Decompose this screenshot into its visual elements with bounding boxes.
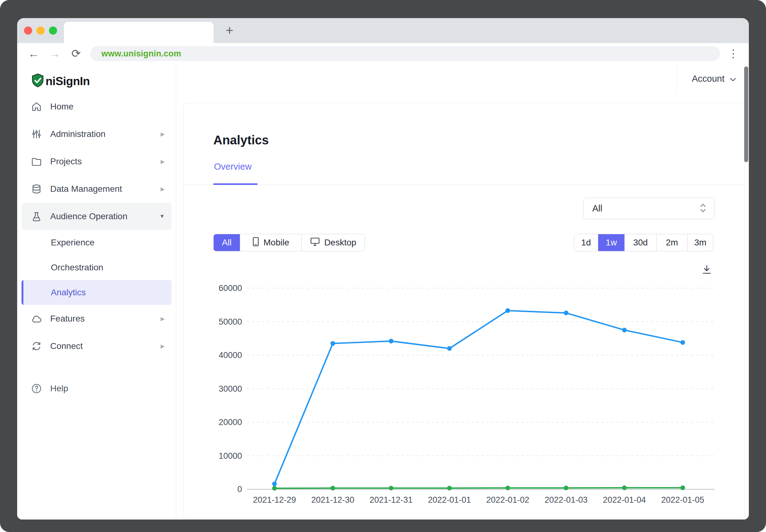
device-filter: All Mobile Desktop [213,234,365,251]
sidebar-item-label: Projects [50,157,82,167]
svg-text:2022-01-02: 2022-01-02 [486,495,529,505]
range-1d[interactable]: 1d [574,234,598,251]
maximize-window-button[interactable] [49,27,57,35]
chevron-right-icon: ▶ [161,343,165,350]
tab-active-underline [213,183,258,185]
mobile-icon [252,237,259,249]
desktop-icon [310,237,320,249]
tab-divider [183,185,744,185]
svg-text:2021-12-30: 2021-12-30 [311,495,354,505]
device-filter-mobile[interactable]: Mobile [240,234,302,251]
svg-text:60000: 60000 [219,283,242,293]
back-icon[interactable]: ← [27,47,41,60]
sliders-icon [31,128,42,140]
sidebar-item-data-management[interactable]: Data Management ▶ [22,175,172,203]
forward-icon[interactable]: → [48,47,62,60]
svg-text:10000: 10000 [219,451,242,461]
svg-text:2021-12-29: 2021-12-29 [253,495,296,505]
browser-menu-icon[interactable]: ⋮ [727,47,739,60]
range-label: 3m [694,238,706,248]
help-icon [31,383,42,394]
brand-text: niSignIn [46,75,90,88]
sidebar-item-help[interactable]: Help [22,375,172,402]
screenshot-frame: + ← → ⟳ www.unisignin.com ⋮ niSignIn [0,0,766,532]
sidebar-item-audience-operation[interactable]: Audience Operation ▼ [22,203,172,230]
scrollbar-thumb[interactable] [744,66,748,162]
chevron-right-icon: ▶ [161,158,165,165]
svg-text:2021-12-31: 2021-12-31 [370,495,413,505]
chevron-right-icon: ▶ [161,131,165,138]
select-stepper-icon [699,203,707,215]
svg-text:30000: 30000 [219,384,242,394]
sidebar-item-label: Data Management [50,184,122,194]
range-3m[interactable]: 3m [688,234,713,251]
chevron-right-icon: ▶ [161,316,165,322]
range-filter: 1d 1w 30d 2m 3m [574,234,713,251]
sidebar-item-label: Experience [51,238,95,248]
sidebar: niSignIn Home Administration ▶ [17,64,176,520]
chevron-right-icon: ▶ [161,186,165,192]
svg-text:2022-01-05: 2022-01-05 [661,495,704,505]
scope-select[interactable]: All [583,198,715,219]
address-bar[interactable]: www.unisignin.com [90,46,720,61]
sidebar-item-experience[interactable]: Experience [22,230,172,255]
reload-icon[interactable]: ⟳ [69,47,83,60]
range-label: 30d [633,238,648,248]
analytics-card: Analytics Overview All All Mobile [183,103,745,520]
svg-text:2022-01-01: 2022-01-01 [428,495,471,505]
sidebar-item-label: Orchestration [51,263,103,273]
sidebar-item-orchestration[interactable]: Orchestration [22,255,172,280]
device-filter-label: All [222,238,231,248]
sidebar-item-connect[interactable]: Connect ▶ [22,332,172,360]
brand-logo: niSignIn [31,72,176,90]
range-label: 1d [581,238,591,248]
device-filter-desktop[interactable]: Desktop [302,234,365,251]
page-title: Analytics [213,133,269,147]
device-filter-label: Desktop [324,238,356,248]
device-filter-label: Mobile [264,238,289,248]
sidebar-item-label: Administration [50,129,105,139]
sidebar-item-label: Home [50,102,74,112]
header-divider [677,65,677,92]
analytics-chart: 01000020000300004000050000600002021-12-2… [183,272,745,515]
svg-text:40000: 40000 [219,351,242,360]
sidebar-item-label: Analytics [51,288,86,297]
browser-toolbar: ← → ⟳ www.unisignin.com ⋮ [17,43,749,64]
new-tab-button[interactable]: + [221,22,238,39]
minimize-window-button[interactable] [36,27,45,35]
home-icon [31,101,42,112]
browser-tab[interactable] [64,22,214,43]
scope-select-value: All [592,203,602,214]
device-filter-all[interactable]: All [214,234,240,251]
url-text: www.unisignin.com [101,49,181,59]
sync-icon [31,341,42,352]
sidebar-item-features[interactable]: Features ▶ [22,305,172,332]
range-label: 2m [666,238,678,248]
svg-text:2022-01-04: 2022-01-04 [603,495,646,505]
range-2m[interactable]: 2m [657,234,688,251]
sidebar-item-label: Help [50,384,68,394]
range-30d[interactable]: 30d [625,234,657,251]
chart-area: 01000020000300004000050000600002021-12-2… [183,272,745,515]
range-label: 1w [606,238,617,248]
sidebar-item-label: Audience Operation [50,211,128,221]
browser-tabbar: + [17,18,749,43]
flask-icon [31,211,42,222]
folder-icon [31,156,42,167]
sidebar-item-label: Features [50,314,85,324]
sidebar-item-administration[interactable]: Administration ▶ [22,120,172,148]
svg-text:50000: 50000 [219,317,242,326]
range-1w[interactable]: 1w [598,234,625,251]
sidebar-menu: Home Administration ▶ Projects ▶ [17,93,176,402]
svg-text:0: 0 [237,485,242,494]
browser-window: + ← → ⟳ www.unisignin.com ⋮ niSignIn [17,18,749,520]
sidebar-item-analytics[interactable]: Analytics [22,280,172,305]
sidebar-item-home[interactable]: Home [22,93,172,120]
shield-logo-icon [31,73,45,90]
sidebar-item-projects[interactable]: Projects ▶ [22,148,172,175]
chevron-down-icon [730,74,736,84]
account-menu[interactable]: Account [692,65,736,92]
close-window-button[interactable] [24,27,32,35]
tab-overview[interactable]: Overview [214,162,252,172]
account-label: Account [692,74,725,84]
